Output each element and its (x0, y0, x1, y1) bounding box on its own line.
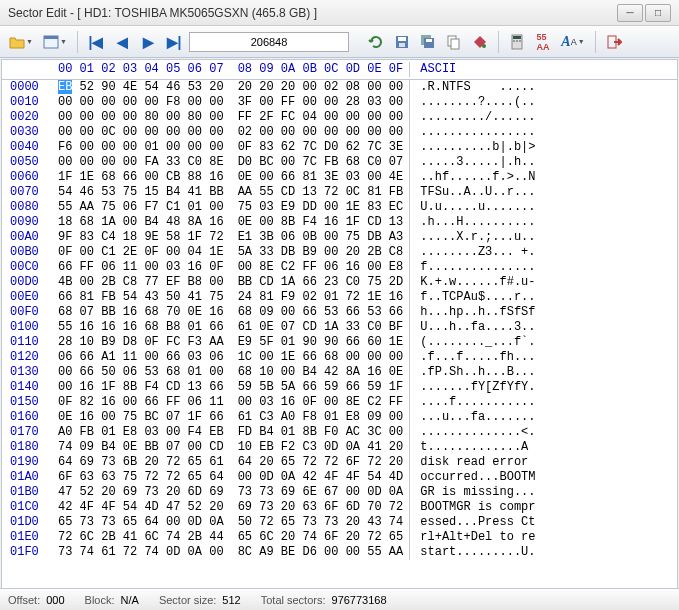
hex-bytes-2[interactable]: 00 8E C2 FF 06 16 00 E8 (238, 260, 404, 275)
hex-bytes-1[interactable]: 00 00 0C 00 00 00 00 00 (58, 125, 224, 140)
ascii-cell[interactable]: ..........b|.b|> (416, 140, 535, 155)
hex-bytes-1[interactable]: EB 52 90 4E 54 46 53 20 (58, 80, 224, 95)
hex-bytes-1[interactable]: 0F 00 C1 2E 0F 00 04 1E (58, 245, 224, 260)
hex-bytes-1[interactable]: 55 16 16 16 68 B8 01 66 (58, 320, 224, 335)
hex-bytes-2[interactable]: FF 2F FC 04 00 00 00 00 (238, 110, 404, 125)
hex-bytes-2[interactable]: 00 03 16 0F 00 8E C2 FF (238, 395, 404, 410)
hex-row[interactable]: 00F068 07 BB 16 68 70 0E 1668 09 00 66 5… (2, 305, 677, 320)
hex-bytes-1[interactable]: 73 74 61 72 74 0D 0A 00 (58, 545, 224, 560)
hex-row[interactable]: 008055 AA 75 06 F7 C1 01 0075 03 E9 DD 0… (2, 200, 677, 215)
ascii-cell[interactable]: ....f........... (416, 395, 535, 410)
ascii-cell[interactable]: GR is missing... (416, 485, 535, 500)
hex-row[interactable]: 013000 66 50 06 53 68 01 0068 10 00 B4 4… (2, 365, 677, 380)
hex-bytes-2[interactable]: 68 09 00 66 53 66 53 66 (238, 305, 404, 320)
ascii-cell[interactable]: rl+Alt+Del to re (416, 530, 535, 545)
hex-row[interactable]: 012006 66 A1 11 00 66 03 061C 00 1E 66 6… (2, 350, 677, 365)
ascii-cell[interactable]: f............... (416, 260, 535, 275)
ascii-cell[interactable]: h...hp..h..fSfSf (416, 305, 535, 320)
hex-bytes-1[interactable]: F6 00 00 00 01 00 00 00 (58, 140, 224, 155)
hex-bytes-1[interactable]: 6F 63 63 75 72 72 65 64 (58, 470, 224, 485)
ascii-cell[interactable]: U...h..fa....3.. (416, 320, 535, 335)
ascii-cell[interactable]: .R.NTFS ..... (416, 80, 535, 95)
ascii-cell[interactable]: ..............<. (416, 425, 535, 440)
minimize-button[interactable]: ─ (617, 4, 643, 22)
hex-bytes-2[interactable]: E9 5F 01 90 90 66 60 1E (238, 335, 404, 350)
hex-row[interactable]: 007054 46 53 75 15 B4 41 BBAA 55 CD 13 7… (2, 185, 677, 200)
hex-bytes-2[interactable]: 61 C3 A0 F8 01 E8 09 00 (238, 410, 404, 425)
hex-bytes-2[interactable]: 75 03 E9 DD 00 1E 83 EC (238, 200, 404, 215)
hex-row[interactable]: 01B047 52 20 69 73 20 6D 6973 73 69 6E 6… (2, 485, 677, 500)
hex-view[interactable]: 00 01 02 03 04 05 06 07 08 09 0A 0B 0C 0… (1, 59, 678, 589)
hex-row[interactable]: 0170A0 FB 01 E8 03 00 F4 EBFD B4 01 8B F… (2, 425, 677, 440)
hex-bytes-1[interactable]: 28 10 B9 D8 0F FC F3 AA (58, 335, 224, 350)
hex-bytes-1[interactable]: 06 66 A1 11 00 66 03 06 (58, 350, 224, 365)
ascii-cell[interactable]: t.............A (416, 440, 535, 455)
nav-next-button[interactable]: ▶ (137, 31, 159, 53)
hex-row[interactable]: 01500F 82 16 00 66 FF 06 1100 03 16 0F 0… (2, 395, 677, 410)
hex-bytes-2[interactable]: 64 20 65 72 72 6F 72 20 (238, 455, 404, 470)
hex-bytes-2[interactable]: 1C 00 1E 66 68 00 00 00 (238, 350, 404, 365)
refresh-button[interactable] (365, 31, 387, 53)
hex-bytes-2[interactable]: 69 73 20 63 6F 6D 70 72 (238, 500, 404, 515)
ascii-cell[interactable]: ........?....(.. (416, 95, 535, 110)
copy-button[interactable] (443, 31, 465, 53)
font-dropdown[interactable]: AA▼ (558, 31, 588, 53)
ascii-cell[interactable]: K.+.w......f#.u- (416, 275, 535, 290)
hex-bytes-2[interactable]: 00 0D 0A 42 4F 4F 54 4D (238, 470, 404, 485)
ascii-cell[interactable]: ................ (416, 125, 535, 140)
hex-bytes-2[interactable]: 10 EB F2 C3 0D 0A 41 20 (238, 440, 404, 455)
hex-bytes-1[interactable]: 00 16 1F 8B F4 CD 13 66 (58, 380, 224, 395)
hex-bytes-2[interactable]: 02 00 00 00 00 00 00 00 (238, 125, 404, 140)
hex-bytes-1[interactable]: 00 00 00 00 80 00 80 00 (58, 110, 224, 125)
hex-row[interactable]: 00D04B 00 2B C8 77 EF B8 00BB CD 1A 66 2… (2, 275, 677, 290)
hex-bytes-2[interactable]: 65 6C 20 74 6F 20 72 65 (238, 530, 404, 545)
hex-row[interactable]: 01D065 73 73 65 64 00 0D 0A50 72 65 73 7… (2, 515, 677, 530)
hex-row[interactable]: 00B00F 00 C1 2E 0F 00 04 1E5A 33 DB B9 0… (2, 245, 677, 260)
hex-bytes-2[interactable]: FD B4 01 8B F0 AC 3C 00 (238, 425, 404, 440)
hex-bytes-2[interactable]: 0E 00 8B F4 16 1F CD 13 (238, 215, 404, 230)
ascii-cell[interactable]: BOOTMGR is compr (416, 500, 535, 515)
nav-first-button[interactable]: |◀ (85, 31, 107, 53)
hex-display-button[interactable]: 55AA (532, 31, 554, 53)
hex-bytes-1[interactable]: 65 73 73 65 64 00 0D 0A (58, 515, 224, 530)
hex-bytes-2[interactable]: BB CD 1A 66 23 C0 75 2D (238, 275, 404, 290)
sector-number-input[interactable] (189, 32, 349, 52)
hex-bytes-1[interactable]: 0F 82 16 00 66 FF 06 11 (58, 395, 224, 410)
nav-prev-button[interactable]: ◀ (111, 31, 133, 53)
ascii-cell[interactable]: start.........U. (416, 545, 535, 560)
hex-row[interactable]: 01600E 16 00 75 BC 07 1F 6661 C3 A0 F8 0… (2, 410, 677, 425)
hex-row[interactable]: 01A06F 63 63 75 72 72 65 6400 0D 0A 42 4… (2, 470, 677, 485)
hex-bytes-1[interactable]: 68 07 BB 16 68 70 0E 16 (58, 305, 224, 320)
hex-row[interactable]: 00A09F 83 C4 18 9E 58 1F 72E1 3B 06 0B 0… (2, 230, 677, 245)
hex-row[interactable]: 0040F6 00 00 00 01 00 00 000F 83 62 7C D… (2, 140, 677, 155)
hex-row[interactable]: 0000EB 52 90 4E 54 46 53 2020 20 20 00 0… (2, 80, 677, 95)
hex-bytes-1[interactable]: 1F 1E 68 66 00 CB 88 16 (58, 170, 224, 185)
hex-bytes-2[interactable]: 73 73 69 6E 67 00 0D 0A (238, 485, 404, 500)
ascii-cell[interactable]: U.u.....u....... (416, 200, 535, 215)
ascii-cell[interactable]: essed...Press Ct (416, 515, 535, 530)
hex-row[interactable]: 002000 00 00 00 80 00 80 00FF 2F FC 04 0… (2, 110, 677, 125)
exit-button[interactable] (603, 31, 625, 53)
hex-row[interactable]: 014000 16 1F 8B F4 CD 13 6659 5B 5A 66 5… (2, 380, 677, 395)
hex-bytes-1[interactable]: 74 09 B4 0E BB 07 00 CD (58, 440, 224, 455)
hex-row[interactable]: 00601F 1E 68 66 00 CB 88 160E 00 66 81 3… (2, 170, 677, 185)
ascii-cell[interactable]: occurred...BOOTM (416, 470, 535, 485)
ascii-cell[interactable]: (........_...f`. (416, 335, 535, 350)
hex-bytes-1[interactable]: 9F 83 C4 18 9E 58 1F 72 (58, 230, 224, 245)
hex-row[interactable]: 01E072 6C 2B 41 6C 74 2B 4465 6C 20 74 6… (2, 530, 677, 545)
hex-bytes-2[interactable]: D0 BC 00 7C FB 68 C0 07 (238, 155, 404, 170)
hex-bytes-2[interactable]: 59 5B 5A 66 59 66 59 1F (238, 380, 404, 395)
hex-bytes-1[interactable]: 66 FF 06 11 00 03 16 0F (58, 260, 224, 275)
ascii-cell[interactable]: TFSu..A..U..r... (416, 185, 535, 200)
view-dropdown[interactable]: ▼ (40, 31, 70, 53)
ascii-cell[interactable]: .fP.Sh..h...B... (416, 365, 535, 380)
hex-bytes-2[interactable]: 0F 83 62 7C D0 62 7C 3E (238, 140, 404, 155)
save-button[interactable] (391, 31, 413, 53)
hex-bytes-1[interactable]: 42 4F 4F 54 4D 47 52 20 (58, 500, 224, 515)
hex-bytes-2[interactable]: 8C A9 BE D6 00 00 55 AA (238, 545, 404, 560)
ascii-cell[interactable]: ........./...... (416, 110, 535, 125)
hex-row[interactable]: 010055 16 16 16 68 B8 01 6661 0E 07 CD 1… (2, 320, 677, 335)
open-dropdown[interactable]: ▼ (6, 31, 36, 53)
ascii-cell[interactable]: .f...f.....fh... (416, 350, 535, 365)
hex-row[interactable]: 009018 68 1A 00 B4 48 8A 160E 00 8B F4 1… (2, 215, 677, 230)
